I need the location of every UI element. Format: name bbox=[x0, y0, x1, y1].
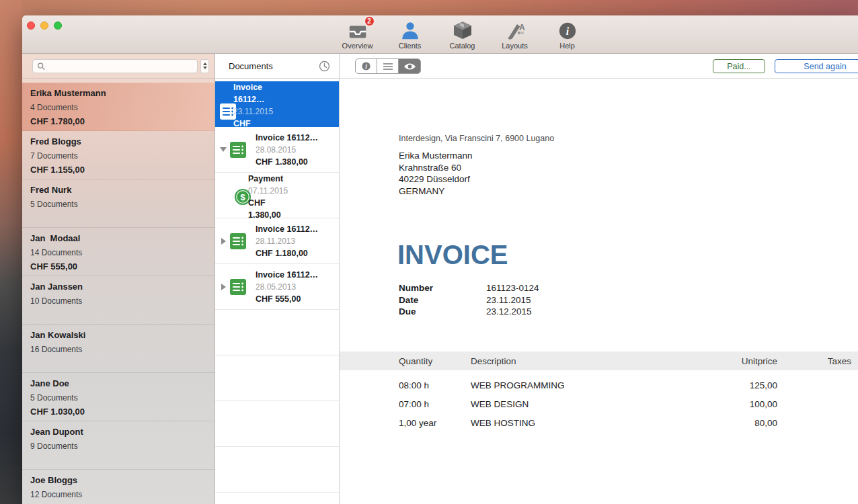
document-info: Invoice 16112… 28.08.2015 CHF 1.380,00 bbox=[251, 132, 339, 168]
cell-unitprice: 125,00 bbox=[697, 380, 777, 390]
document-info: Invoice 16112… 28.05.2013 CHF 555,00 bbox=[251, 269, 339, 305]
documents-header: Documents bbox=[215, 54, 339, 79]
document-type-icon: $ bbox=[229, 233, 247, 250]
col-header-unitprice: Unitprice bbox=[697, 356, 777, 366]
toolbar-item-layouts[interactable]: A Layouts bbox=[496, 19, 535, 50]
document-title: Invoice 16112… bbox=[256, 269, 339, 281]
document-date: 07.11.2015 bbox=[248, 185, 264, 197]
toolbar-item-clients[interactable]: Clients bbox=[391, 19, 430, 50]
client-name: Fred Bloggs bbox=[30, 136, 206, 146]
client-document-count: 4 Documents bbox=[30, 103, 206, 112]
client-name: Jean Dupont bbox=[30, 427, 206, 437]
brush-icon: A bbox=[504, 19, 526, 40]
client-list-item[interactable]: Fred Bloggs 7 Documents CHF 1.155,00 bbox=[22, 131, 214, 179]
client-name: Jan Janssen bbox=[30, 282, 206, 292]
paid-button[interactable]: Paid... bbox=[713, 59, 765, 73]
info-view-button[interactable]: i bbox=[356, 59, 377, 73]
client-sidebar: Erika Mustermann 4 Documents CHF 1.780,0… bbox=[22, 54, 215, 504]
zoom-button[interactable] bbox=[54, 22, 62, 30]
client-document-count: 16 Documents bbox=[30, 345, 206, 354]
sort-stepper[interactable] bbox=[200, 59, 209, 73]
person-icon bbox=[400, 19, 420, 40]
document-title: Payment bbox=[248, 173, 264, 185]
documents-title: Documents bbox=[229, 61, 273, 71]
client-list-item[interactable]: Jan Kowalski 16 Documents bbox=[22, 325, 214, 373]
clock-icon[interactable] bbox=[319, 60, 330, 72]
invoice-meta-row: Number 161123-0124 bbox=[399, 282, 539, 294]
client-list-item[interactable]: Jane Doe 5 Documents CHF 1.030,00 bbox=[22, 373, 214, 421]
invoice-meta: Number 161123-0124 Date 23.11.2015 Due 2… bbox=[399, 282, 539, 318]
cell-unitprice: 80,00 bbox=[697, 418, 777, 428]
inbox-icon: 2 bbox=[347, 19, 368, 40]
document-list-item[interactable]: $ Invoice 16112… 28.11.2013 CHF 1.180,00 bbox=[215, 218, 339, 264]
cell-description: WEB PROGRAMMING bbox=[471, 380, 697, 390]
package-icon bbox=[452, 19, 473, 40]
document-list-item[interactable]: $ Invoice 16112… 28.05.2013 CHF 555,00 bbox=[215, 264, 339, 310]
cell-quantity: 1,00 year bbox=[399, 418, 471, 428]
list-view-button[interactable] bbox=[377, 59, 399, 73]
document-amount: CHF 1.380,00 bbox=[256, 156, 339, 168]
cell-quantity: 07:00 h bbox=[399, 399, 471, 409]
client-name: Fred Nurk bbox=[30, 185, 206, 195]
client-total-amount: CHF 555,00 bbox=[30, 261, 206, 271]
client-list-item[interactable]: Jan Modaal 14 Documents CHF 555,00 bbox=[22, 228, 214, 276]
toolbar-label: Overview bbox=[342, 42, 373, 50]
document-row-empty bbox=[215, 355, 339, 401]
view-mode-segmented-control: i bbox=[355, 58, 421, 74]
preview-toolbar: i bbox=[340, 54, 858, 79]
close-button[interactable] bbox=[27, 22, 35, 30]
preview-pane: i bbox=[340, 54, 858, 504]
client-list-item[interactable]: Erika Mustermann 4 Documents CHF 1.780,0… bbox=[22, 83, 214, 131]
client-list-item[interactable]: Fred Nurk 5 Documents bbox=[22, 179, 214, 228]
toolbar-item-catalog[interactable]: Catalog bbox=[443, 19, 482, 50]
minimize-button[interactable] bbox=[40, 22, 48, 30]
document-list-item[interactable]: $ Payment 07.11.2015 CHF 1.380,00 bbox=[215, 173, 339, 218]
col-header-description: Description bbox=[471, 356, 697, 366]
table-row: 1,00 year WEB HOSTING 80,00 bbox=[340, 413, 858, 432]
overview-badge: 2 bbox=[364, 16, 375, 26]
document-info: Invoice 16112… 28.11.2013 CHF 1.180,00 bbox=[251, 223, 339, 259]
search-field[interactable] bbox=[32, 59, 198, 73]
client-list-item[interactable]: Joe Bloggs 12 Documents bbox=[22, 470, 214, 504]
disclosure-triangle-icon[interactable] bbox=[221, 284, 226, 290]
meta-label: Due bbox=[399, 306, 486, 318]
document-row-empty bbox=[215, 493, 339, 504]
recipient-city: 40229 Düsseldorf bbox=[399, 173, 473, 185]
desktop-background-left bbox=[0, 0, 22, 504]
list-icon bbox=[383, 62, 393, 71]
document-amount: CHF 1.380,00 bbox=[248, 197, 264, 221]
document-row-empty bbox=[215, 310, 339, 355]
toolbar-label: Catalog bbox=[450, 42, 475, 50]
recipient-country: GERMANY bbox=[399, 185, 473, 198]
document-row-empty bbox=[215, 401, 339, 447]
document-title: Invoice 16112… bbox=[256, 223, 339, 235]
toolbar-item-overview[interactable]: 2 Overview bbox=[338, 19, 377, 50]
toolbar-item-help[interactable]: i Help bbox=[548, 19, 587, 50]
document-date: 28.08.2015 bbox=[256, 144, 339, 156]
client-total-amount: CHF 1.155,00 bbox=[30, 165, 206, 175]
client-list-item[interactable]: Jean Dupont 9 Documents bbox=[22, 421, 214, 470]
toolbar-label: Layouts bbox=[502, 42, 528, 50]
toolbar-label: Help bbox=[559, 42, 575, 50]
client-total-amount: CHF 1.780,00 bbox=[30, 116, 206, 126]
document-amount: CHF 1.180,00 bbox=[256, 247, 339, 259]
invoice-line-items-table: Quantity Description Unitprice Taxes 08:… bbox=[340, 351, 858, 432]
search-input[interactable] bbox=[48, 61, 193, 71]
document-list-item[interactable]: $ Invoice 16112… 23.11.2015 CHF 1.780,00 bbox=[215, 81, 339, 127]
document-amount: CHF 555,00 bbox=[256, 293, 339, 305]
meta-value: 23.12.2015 bbox=[486, 306, 532, 318]
preview-view-button[interactable] bbox=[399, 59, 420, 73]
disclosure-triangle-icon[interactable] bbox=[220, 147, 227, 152]
info-icon: i bbox=[361, 61, 371, 71]
send-again-button[interactable]: Send again bbox=[775, 59, 858, 73]
document-info: Payment 07.11.2015 CHF 1.380,00 bbox=[244, 173, 264, 221]
app-window: 2 Overview Clients bbox=[22, 15, 858, 504]
client-name: Joe Bloggs bbox=[30, 475, 206, 485]
svg-text:i: i bbox=[365, 63, 367, 70]
client-document-count: 12 Documents bbox=[30, 490, 206, 499]
disclosure-triangle-icon[interactable] bbox=[221, 238, 226, 245]
documents-pane: Documents bbox=[215, 54, 340, 504]
recipient-name: Erika Mustermann bbox=[399, 150, 473, 162]
client-list-item[interactable]: Jan Janssen 10 Documents bbox=[22, 276, 214, 325]
document-date: 28.05.2013 bbox=[256, 281, 339, 293]
